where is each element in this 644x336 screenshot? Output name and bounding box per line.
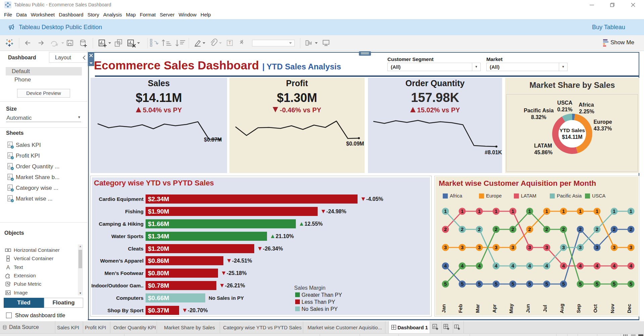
svg-text:4: 4 [478, 263, 481, 269]
svg-text:5: 5 [495, 281, 497, 287]
svg-text:Feb: Feb [458, 304, 463, 313]
svg-text:2: 2 [562, 226, 565, 232]
svg-text:2: 2 [512, 226, 514, 232]
svg-text:1: 1 [545, 208, 548, 214]
svg-text:4: 4 [630, 263, 633, 269]
svg-text:2: 2 [596, 226, 598, 232]
svg-text:3: 3 [478, 244, 481, 250]
svg-text:1: 1 [613, 208, 615, 214]
svg-text:1: 1 [579, 208, 582, 214]
svg-text:2: 2 [579, 226, 582, 232]
svg-text:Apr: Apr [491, 304, 497, 313]
svg-text:2: 2 [495, 226, 497, 232]
svg-text:Jul: Jul [542, 305, 548, 312]
svg-text:4: 4 [562, 263, 565, 269]
svg-text:4: 4 [579, 263, 582, 269]
svg-text:3: 3 [630, 244, 632, 250]
svg-text:5: 5 [545, 281, 548, 287]
svg-text:3: 3 [512, 244, 514, 250]
svg-text:1: 1 [461, 208, 464, 214]
svg-text:3: 3 [579, 244, 582, 250]
svg-text:2: 2 [528, 226, 531, 232]
svg-text:Dec: Dec [626, 304, 632, 313]
svg-text:5: 5 [461, 281, 464, 287]
svg-text:3: 3 [495, 244, 497, 250]
svg-text:3: 3 [444, 244, 447, 250]
svg-text:4: 4 [528, 263, 531, 269]
svg-text:4: 4 [613, 263, 616, 269]
svg-text:May: May [508, 303, 514, 314]
svg-text:4: 4 [596, 263, 599, 269]
svg-text:2: 2 [545, 226, 548, 232]
svg-text:Mar: Mar [475, 304, 480, 313]
svg-text:5: 5 [579, 281, 582, 287]
svg-text:5: 5 [596, 281, 598, 287]
svg-text:Oct: Oct [592, 304, 598, 313]
svg-text:1: 1 [630, 208, 632, 214]
svg-text:2: 2 [461, 226, 464, 232]
svg-text:5: 5 [512, 281, 514, 287]
svg-text:2: 2 [478, 226, 481, 232]
svg-text:4: 4 [545, 263, 548, 269]
svg-text:5: 5 [630, 281, 632, 287]
svg-text:2: 2 [630, 226, 632, 232]
svg-text:1: 1 [478, 208, 481, 214]
svg-text:4: 4 [461, 263, 464, 269]
svg-text:1: 1 [444, 208, 447, 214]
svg-text:Jan: Jan [441, 304, 446, 313]
svg-text:2: 2 [613, 226, 615, 232]
svg-text:3: 3 [562, 244, 565, 250]
svg-text:4: 4 [512, 263, 515, 269]
svg-text:3: 3 [461, 244, 464, 250]
svg-text:1: 1 [528, 208, 531, 214]
svg-text:5: 5 [528, 281, 531, 287]
svg-text:5: 5 [478, 281, 481, 287]
svg-text:Nov: Nov [609, 303, 615, 313]
svg-text:Jun: Jun [525, 304, 531, 313]
svg-text:3: 3 [596, 244, 598, 250]
svg-text:1: 1 [562, 208, 565, 214]
svg-text:5: 5 [613, 281, 615, 287]
svg-text:3: 3 [545, 244, 548, 250]
svg-text:1: 1 [495, 208, 497, 214]
svg-text:4: 4 [495, 263, 498, 269]
svg-text:3: 3 [613, 244, 615, 250]
svg-text:1: 1 [512, 208, 514, 214]
svg-text:5: 5 [562, 281, 565, 287]
svg-text:4: 4 [444, 263, 447, 269]
svg-text:Aug: Aug [559, 303, 565, 313]
svg-text:5: 5 [444, 281, 447, 287]
svg-text:1: 1 [596, 208, 598, 214]
svg-text:3: 3 [528, 244, 531, 250]
svg-text:2: 2 [444, 226, 447, 232]
svg-text:Sep: Sep [576, 304, 581, 313]
